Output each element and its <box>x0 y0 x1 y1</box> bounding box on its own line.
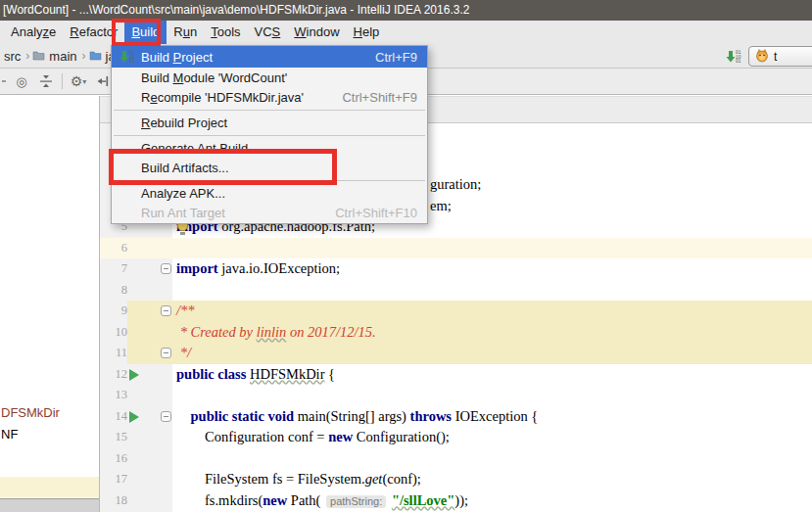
fold-marker-icon[interactable] <box>161 348 171 358</box>
line-number: 16 <box>100 448 127 470</box>
fold-marker-icon[interactable] <box>161 411 171 422</box>
code-line: * Created by linlin on 2017/12/15. <box>176 322 376 344</box>
tomcat-icon <box>754 48 770 66</box>
breadcrumb-main[interactable]: main <box>32 49 76 64</box>
line-number: 17 <box>100 469 127 490</box>
menu-item-label: Build Artifacts... <box>141 161 417 175</box>
hide-panel-icon[interactable] <box>94 72 112 90</box>
project-panel-scrollbar[interactable] <box>0 498 99 512</box>
menu-item-icon-placeholder <box>119 205 141 220</box>
svg-text:01: 01 <box>129 59 135 64</box>
line-number: 11 <box>100 343 127 364</box>
menu-item-icon-placeholder <box>119 89 141 105</box>
breadcrumb-separator: › <box>82 49 86 63</box>
run-arrow-icon[interactable] <box>129 411 139 423</box>
menu-item-icon-placeholder <box>119 185 141 201</box>
menu-separator <box>112 132 427 138</box>
build-menu-item-build-project[interactable]: 011001Build ProjectCtrl+F9 <box>112 46 427 68</box>
locate-icon[interactable]: ◎ <box>13 72 30 90</box>
build-menu-popup: 011001Build ProjectCtrl+F9Build Module '… <box>111 45 428 224</box>
project-tree-item-nf[interactable]: NF <box>1 427 18 442</box>
line-number: 13 <box>100 385 127 406</box>
clipped-icon <box>2 80 6 82</box>
menu-analyze[interactable]: Analyze <box>4 21 63 44</box>
breadcrumb: src›main›jav <box>4 49 123 64</box>
line-number: 9 <box>100 301 127 322</box>
menu-item-label: Build Project <box>141 50 358 65</box>
code-line: FileSystem fs = FileSystem.get(conf); <box>176 469 421 490</box>
menu-item-icon-placeholder <box>119 115 141 130</box>
build-menu-item-recompile-hdfsmkdir-java[interactable]: Recompile 'HDFSMkDir.java'Ctrl+Shift+F9 <box>112 87 427 107</box>
build-menu-item-analyze-apk[interactable]: Analyze APK... <box>112 183 427 203</box>
code-line: /** <box>176 301 195 322</box>
menu-item-label: Recompile 'HDFSMkDir.java' <box>141 90 324 105</box>
menu-help[interactable]: Help <box>347 21 387 44</box>
code-line: em; <box>430 196 452 217</box>
menu-separator <box>112 177 427 183</box>
run-arrow-icon[interactable] <box>129 369 139 381</box>
code-line: Configuration conf = new Configuration()… <box>176 427 450 448</box>
build-menu-item-build-module-wordcount[interactable]: Build Module 'WordCount' <box>112 68 427 87</box>
project-tree-selected-row[interactable] <box>0 477 99 497</box>
run-configuration-selector[interactable]: t <box>748 46 812 67</box>
highlighted-lines-band <box>100 238 812 259</box>
menu-item-label: Build Module 'WordCount' <box>141 70 417 85</box>
fold-marker-icon[interactable] <box>161 263 171 274</box>
line-number: 12 <box>100 364 127 386</box>
code-line: */ <box>176 343 191 364</box>
menu-item-shortcut: Ctrl+F9 <box>375 50 417 65</box>
line-number: 10 <box>100 322 127 344</box>
window-title: [WordCount] - ...\WordCount\src\main\jav… <box>0 0 812 21</box>
menu-separator <box>112 107 427 113</box>
menu-item-icon-placeholder <box>119 160 141 175</box>
gear-icon[interactable]: ⚙▾ <box>70 72 87 90</box>
menu-item-icon-placeholder <box>119 70 141 85</box>
menu-item-icon-placeholder <box>119 140 141 156</box>
folder-icon <box>32 49 45 64</box>
breadcrumb-src[interactable]: src <box>4 49 21 64</box>
collapse-all-icon[interactable] <box>37 72 55 90</box>
line-number: 14 <box>100 406 127 428</box>
code-line: public static void main(String[] args) t… <box>176 406 538 428</box>
toolbar-separator <box>62 73 63 89</box>
build-menu-item-run-ant-target: Run Ant TargetCtrl+Shift+F10 <box>112 203 427 222</box>
menu-build[interactable]: Build <box>124 21 167 44</box>
code-line: public class HDFSMkDir { <box>176 364 335 386</box>
menu-bar: AnalyzeRefactorBuildRunToolsVCSWindowHel… <box>0 21 812 44</box>
run-configuration-label: t <box>774 50 777 64</box>
compile-icon[interactable]: 011001 <box>725 48 742 66</box>
menu-item-label: Run Ant Target <box>141 206 317 220</box>
menu-item-label: Generate Ant Build <box>141 141 417 156</box>
code-line: guration; <box>430 174 481 196</box>
line-number: 7 <box>100 258 127 280</box>
project-tree-item-dfsmkdir[interactable]: DFSMkDir <box>1 405 60 420</box>
menu-item-label: Rebuild Project <box>141 116 417 130</box>
menu-window[interactable]: Window <box>287 21 346 44</box>
menu-item-shortcut: Ctrl+Shift+F10 <box>335 206 417 220</box>
build-menu-item-build-artifacts[interactable]: Build Artifacts... <box>112 158 427 177</box>
menu-refactor[interactable]: Refactor <box>63 21 124 44</box>
build-menu-item-generate-ant-build[interactable]: Generate Ant Build <box>112 138 427 158</box>
folder-icon <box>89 49 102 64</box>
compile-icon: 011001 <box>119 49 141 65</box>
line-number: 15 <box>100 427 127 448</box>
menu-item-label: Analyze APK... <box>141 186 417 201</box>
code-line: fs.mkdirs(new Path( pathString: "/sllLov… <box>176 490 468 512</box>
build-menu-item-rebuild-project[interactable]: Rebuild Project <box>112 113 427 132</box>
line-number: 8 <box>100 280 127 302</box>
project-panel-toolbar: ◎ ⚙▾ <box>0 69 112 94</box>
menu-tools[interactable]: Tools <box>204 21 247 44</box>
menu-item-shortcut: Ctrl+Shift+F9 <box>342 90 417 105</box>
line-number: 6 <box>100 238 127 259</box>
menu-vcs[interactable]: VCS <box>248 21 288 44</box>
svg-text:01: 01 <box>736 59 741 64</box>
breadcrumb-separator: › <box>25 49 29 63</box>
code-line: import java.io.IOException; <box>176 258 340 280</box>
intellij-window: [WordCount] - ...\WordCount\src\main\jav… <box>0 0 812 512</box>
project-panel: DFSMkDirNF <box>0 96 100 512</box>
menu-run[interactable]: Run <box>167 21 204 44</box>
line-number: 18 <box>100 490 127 512</box>
fold-marker-icon[interactable] <box>161 305 171 316</box>
